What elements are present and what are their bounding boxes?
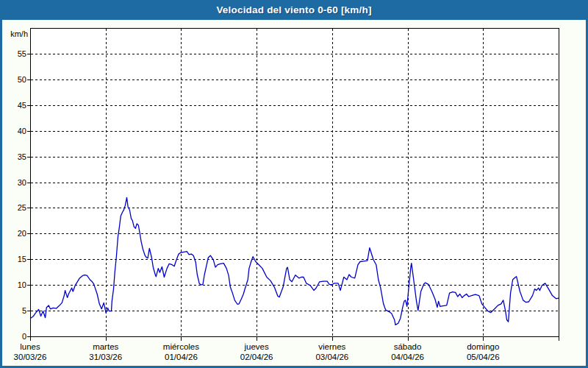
y-axis-unit-label: km/h — [4, 29, 28, 39]
y-tick-label: 45 — [0, 100, 26, 110]
day-name: lunes — [0, 342, 68, 352]
day-date: 03/04/26 — [294, 352, 370, 362]
y-tick-label: 10 — [0, 280, 26, 290]
chart-plot-area — [26, 24, 564, 342]
day-name: domingo — [445, 342, 521, 352]
day-name: viernes — [294, 342, 370, 352]
x-day-label: viernes03/04/26 — [294, 342, 370, 362]
y-tick-label: 40 — [0, 126, 26, 136]
y-tick-label: 25 — [0, 202, 26, 213]
day-date: 01/04/26 — [143, 352, 219, 362]
x-day-label: lunes30/03/26 — [0, 342, 68, 362]
y-tick-label: 30 — [0, 177, 26, 188]
y-tick-label: 15 — [0, 254, 26, 264]
x-day-label: miércoles01/04/26 — [143, 342, 219, 362]
day-date: 02/04/26 — [218, 352, 295, 362]
day-name: martes — [68, 342, 144, 352]
y-tick-label: 35 — [0, 152, 26, 162]
x-day-label: martes31/03/26 — [68, 342, 144, 362]
day-date: 30/03/26 — [0, 352, 68, 362]
day-name: miércoles — [143, 342, 219, 352]
window-title: Velocidad del viento 0-60 [km/h] — [216, 4, 371, 15]
y-tick-label: 20 — [0, 228, 26, 238]
x-day-label: jueves02/04/26 — [218, 342, 295, 362]
y-tick-label: 55 — [0, 49, 26, 59]
y-tick-label: 50 — [0, 74, 26, 85]
day-name: sábado — [370, 342, 446, 352]
day-date: 05/04/26 — [445, 352, 521, 362]
wind-chart-window: Velocidad del viento 0-60 [km/h] km/h 05… — [0, 0, 588, 368]
y-tick-label: 0 — [0, 331, 26, 342]
day-date: 04/04/26 — [370, 352, 446, 362]
y-tick-label: 5 — [0, 305, 26, 316]
day-date: 31/03/26 — [68, 352, 144, 362]
x-day-label: sábado04/04/26 — [370, 342, 446, 362]
x-day-label: domingo05/04/26 — [445, 342, 521, 362]
plot-border — [31, 29, 559, 337]
window-title-bar: Velocidad del viento 0-60 [km/h] — [0, 0, 588, 20]
day-name: jueves — [218, 342, 295, 352]
